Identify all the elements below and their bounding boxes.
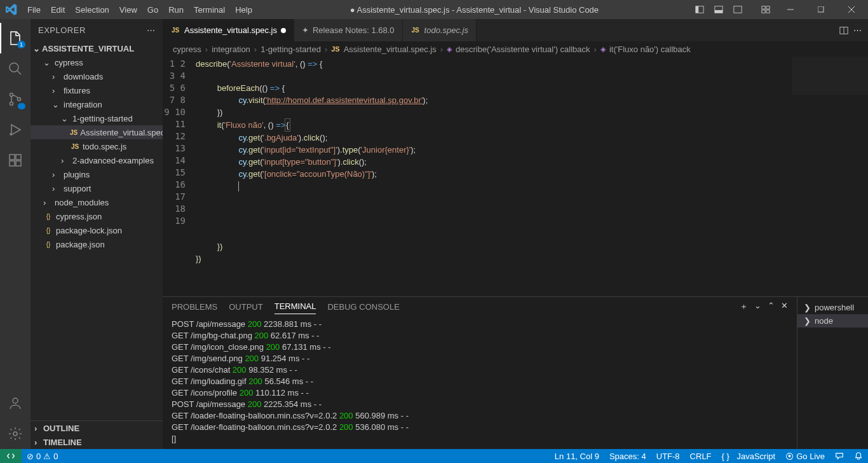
tree-root[interactable]: ⌄ASSISTENTE_VIRTUAL [31, 41, 163, 55]
panel-tab-terminal[interactable]: TERMINAL [275, 299, 316, 314]
status-spaces[interactable]: Spaces: 4 [604, 449, 651, 463]
folder-downloads[interactable]: ›downloads [31, 69, 163, 83]
menu-help[interactable]: Help [230, 0, 257, 19]
section-timeline[interactable]: ›TIMELINE [31, 435, 163, 449]
file-cypress-json[interactable]: {}cypress.json [31, 209, 163, 223]
file-todo-spec[interactable]: JStodo.spec.js [31, 139, 163, 153]
svg-rect-6 [762, 6, 765, 9]
activity-search-icon[interactable] [0, 53, 31, 84]
minimap[interactable] [792, 57, 868, 296]
maximize-panel-icon[interactable]: ⌃ [768, 301, 775, 312]
file-package-lock[interactable]: {}package-lock.json [31, 223, 163, 237]
window-title: ● Assistente_virtual.spec.js - Assistent… [257, 5, 691, 15]
svg-marker-19 [11, 125, 20, 135]
breadcrumb[interactable]: cypress› integration› 1-getting-started›… [163, 41, 868, 57]
code-content[interactable]: describe('Assistente virtual', () => { b… [196, 57, 792, 296]
status-eol[interactable]: CRLF [685, 449, 717, 463]
activity-extensions-icon[interactable] [0, 145, 31, 176]
toggle-panel-icon[interactable] [710, 0, 727, 19]
split-editor-icon[interactable] [839, 26, 848, 35]
menu-run[interactable]: Run [163, 0, 189, 19]
status-encoding[interactable]: UTF-8 [651, 449, 685, 463]
dirty-indicator-icon [281, 28, 286, 33]
svg-rect-1 [696, 6, 698, 13]
terminal-output[interactable]: POST /api/message 200 2238.881 ms - -GET… [163, 316, 797, 449]
window-maximize-icon[interactable] [807, 0, 835, 19]
svg-rect-11 [818, 6, 824, 12]
panel-tab-debug[interactable]: DEBUG CONSOLE [327, 300, 399, 314]
panel-tab-problems[interactable]: PROBLEMS [172, 300, 217, 314]
editor-tabs: JS Assistente_virtual.spec.js ✦ Release … [163, 19, 868, 41]
folder-cypress[interactable]: ⌄cypress [31, 55, 163, 69]
bottom-panel: PROBLEMS OUTPUT TERMINAL DEBUG CONSOLE ＋… [163, 296, 868, 449]
error-icon: ⊘ [27, 452, 34, 461]
svg-rect-8 [762, 10, 765, 13]
new-terminal-icon[interactable]: ＋ [740, 301, 748, 312]
folder-advanced[interactable]: ›2-advanced-examples [31, 153, 163, 167]
terminal-dropdown-icon[interactable]: ⌄ [754, 301, 761, 312]
more-actions-icon[interactable]: ⋯ [853, 25, 862, 35]
svg-point-20 [10, 134, 11, 135]
close-panel-icon[interactable]: ✕ [781, 301, 788, 312]
svg-line-15 [17, 71, 21, 74]
code-editor[interactable]: 1 2 3 4 5 6 7 8 9 10 11 12 13 14 15 16 1… [163, 57, 868, 296]
menu-selection[interactable]: Selection [70, 0, 114, 19]
activity-explorer-icon[interactable]: 1 [0, 23, 31, 53]
file-assistente-spec[interactable]: JSAssistente_virtual.spec.js [31, 125, 163, 139]
folder-fixtures[interactable]: ›fixtures [31, 83, 163, 97]
section-outline[interactable]: ›OUTLINE [31, 421, 163, 435]
terminal-node[interactable]: ❯node [797, 314, 868, 328]
toggle-primary-sidebar-icon[interactable] [691, 0, 708, 19]
svg-rect-24 [16, 155, 21, 160]
status-bell-icon[interactable] [849, 449, 868, 463]
activity-account-icon[interactable] [0, 388, 31, 418]
minimap-thumb[interactable] [792, 57, 868, 95]
folder-support[interactable]: ›support [31, 181, 163, 195]
scm-badge [18, 103, 25, 109]
json-file-icon: {} [43, 213, 53, 220]
json-file-icon: {} [43, 241, 53, 248]
svg-rect-7 [766, 6, 770, 9]
status-golive[interactable]: ⦿Go Live [780, 449, 830, 463]
tab-release-notes[interactable]: ✦ Release Notes: 1.68.0 [294, 19, 403, 41]
terminal-icon: ❯ [804, 303, 811, 312]
status-language[interactable]: { } JavaScript [717, 449, 781, 463]
status-remote-icon[interactable] [0, 449, 22, 463]
folder-getting-started[interactable]: ⌄1-getting-started [31, 111, 163, 125]
file-tree[interactable]: ⌄ASSISTENTE_VIRTUAL ⌄cypress ›downloads … [31, 41, 163, 420]
menu-go[interactable]: Go [142, 0, 163, 19]
folder-node-modules[interactable]: ›node_modules [31, 195, 163, 209]
sidebar-more-icon[interactable]: ⋯ [147, 25, 156, 35]
tab-todo[interactable]: JS todo.spec.js [403, 19, 477, 41]
menu-edit[interactable]: Edit [46, 0, 70, 19]
menu-file[interactable]: File [22, 0, 46, 19]
tab-assistente[interactable]: JS Assistente_virtual.spec.js [163, 19, 294, 41]
status-lncol[interactable]: Ln 11, Col 9 [550, 449, 604, 463]
window-close-icon[interactable] [837, 0, 865, 19]
toggle-secondary-sidebar-icon[interactable] [729, 0, 746, 19]
method-icon: ◈ [447, 45, 452, 53]
activity-bar: 1 [0, 19, 31, 449]
sidebar-bottom: ›OUTLINE ›TIMELINE [31, 420, 163, 449]
svg-rect-23 [16, 161, 21, 166]
folder-plugins[interactable]: ›plugins [31, 167, 163, 181]
customize-layout-icon[interactable] [757, 0, 774, 19]
svg-rect-21 [10, 155, 15, 160]
js-file-icon: JS [331, 45, 339, 53]
js-file-icon: JS [170, 27, 180, 34]
window-minimize-icon[interactable] [776, 0, 804, 19]
svg-rect-22 [10, 161, 15, 166]
terminal-instances: ❯powershell ❯node [797, 297, 868, 449]
menu-view[interactable]: View [114, 0, 142, 19]
status-feedback-icon[interactable] [830, 449, 849, 463]
file-package-json[interactable]: {}package.json [31, 237, 163, 251]
terminal-powershell[interactable]: ❯powershell [797, 301, 868, 314]
activity-scm-icon[interactable] [0, 84, 31, 114]
activity-settings-icon[interactable] [0, 418, 31, 449]
panel-tab-output[interactable]: OUTPUT [229, 300, 262, 314]
folder-integration[interactable]: ⌄integration [31, 97, 163, 111]
menu-terminal[interactable]: Terminal [189, 0, 230, 19]
status-errors[interactable]: ⊘0⚠0 [22, 449, 63, 463]
svg-point-25 [13, 398, 18, 403]
activity-debug-icon[interactable] [0, 114, 31, 145]
